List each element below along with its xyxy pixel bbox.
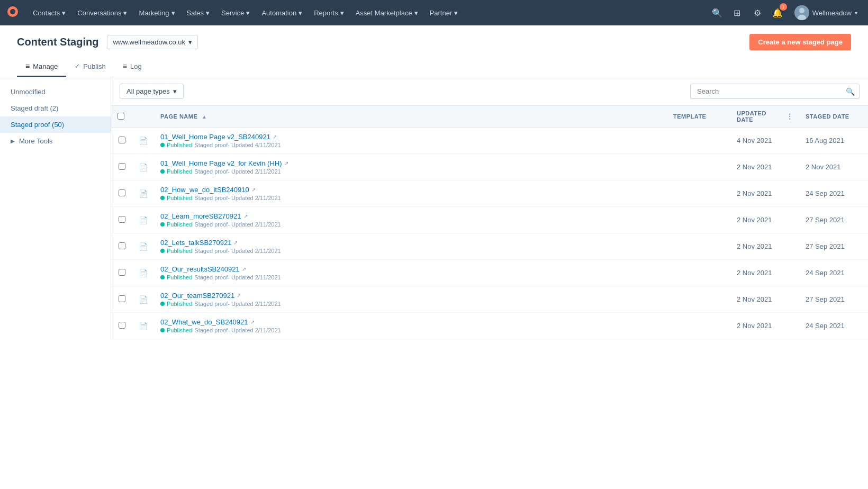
status-label-4: Published	[167, 248, 192, 254]
row-template-2	[667, 180, 730, 207]
create-staged-page-button[interactable]: Create a new staged page	[749, 34, 851, 50]
domain-chevron-icon: ▾	[188, 38, 192, 46]
sidebar-item-unmodified[interactable]: Unmodified	[0, 84, 111, 100]
row-page-name-3: 02_Learn_moreSB270921 ↗ Published Staged…	[154, 207, 667, 233]
notification-badge: 1	[780, 3, 787, 11]
row-checkbox-2[interactable]	[119, 189, 125, 196]
select-all-checkbox[interactable]	[117, 113, 124, 120]
hubspot-logo[interactable]	[6, 5, 19, 21]
page-type-filter[interactable]: All page types ▾	[120, 84, 184, 99]
manage-icon: ≡	[25, 62, 30, 70]
page-tabs: ≡ Manage ✓ Publish ≡ Log	[17, 57, 851, 77]
staged-date-value-7: 24 Sep 2021	[806, 322, 845, 330]
search-input[interactable]	[695, 84, 846, 98]
table-row: 📄 02_How_we_do_itSB240910 ↗ Published St…	[111, 180, 868, 207]
settings-icon[interactable]: ⚙	[750, 5, 765, 20]
content-area: Unmodified Staged draft (2) Staged proof…	[0, 77, 868, 339]
sidebar-item-staged-proof[interactable]: Staged proof (50)	[0, 116, 111, 133]
page-meta-5: Published Staged proof- Updated 2/11/202…	[160, 274, 661, 280]
nav-right: 🔍 ⊞ ⚙ 🔔 1 Wellmeadow ▾	[710, 3, 862, 22]
page-name-link-6[interactable]: 02_Our_teamSB270921 ↗	[160, 292, 661, 300]
row-checkbox-5[interactable]	[119, 269, 125, 276]
page-name-text-5: 02_Our_resultsSB240921	[160, 265, 240, 273]
row-checkbox-3[interactable]	[119, 216, 125, 223]
table-row: 📄 02_Our_teamSB270921 ↗ Published Staged…	[111, 286, 868, 313]
table-row: 📄 02_Learn_moreSB270921 ↗ Published Stag…	[111, 207, 868, 233]
sidebar-item-staged-draft[interactable]: Staged draft (2)	[0, 100, 111, 116]
page-name-text-3: 02_Learn_moreSB270921	[160, 212, 241, 220]
row-staged-date-1: 2 Nov 2021	[799, 154, 868, 180]
page-name-link-1[interactable]: 01_Well_Home Page v2_for Kevin (HH) ↗	[160, 159, 661, 167]
grid-icon[interactable]: ⊞	[730, 5, 745, 20]
row-updated-date-1: 2 Nov 2021	[730, 154, 799, 180]
svg-point-4	[799, 8, 804, 13]
table-header: PAGE NAME ▲ TEMPLATE UPDATED DATE ⋮	[111, 106, 868, 128]
row-icon-cell-6: 📄	[132, 286, 154, 313]
search-icon[interactable]: 🔍	[710, 5, 725, 20]
row-page-name-1: 01_Well_Home Page v2_for Kevin (HH) ↗ Pu…	[154, 154, 667, 180]
table-row: 📄 01_Well_Home Page v2_SB240921 ↗ Publis…	[111, 128, 868, 154]
nav-sales[interactable]: Sales ▾	[182, 6, 215, 20]
page-name-text-2: 02_How_we_do_itSB240910	[160, 186, 249, 194]
row-icon-cell-7: 📄	[132, 313, 154, 339]
page-title: Content Staging	[17, 36, 98, 48]
tab-manage[interactable]: ≡ Manage	[17, 57, 66, 77]
page-title-left: Content Staging www.wellmeadow.co.uk ▾	[17, 35, 198, 49]
chevron-down-icon: ▾	[414, 9, 418, 17]
tab-log[interactable]: ≡ Log	[114, 57, 150, 77]
row-icon-cell-3: 📄	[132, 207, 154, 233]
notifications-icon[interactable]: 🔔 1	[770, 5, 785, 20]
updated-date-value-0: 4 Nov 2021	[737, 137, 772, 144]
sidebar-more-tools[interactable]: ▶ More Tools	[0, 133, 111, 149]
domain-dropdown[interactable]: www.wellmeadow.co.uk ▾	[107, 35, 198, 49]
nav-automation[interactable]: Automation ▾	[256, 6, 308, 20]
nav-asset-marketplace[interactable]: Asset Marketplace ▾	[350, 6, 423, 20]
row-checkbox-0[interactable]	[119, 137, 125, 143]
page-name-link-0[interactable]: 01_Well_Home Page v2_SB240921 ↗	[160, 133, 661, 141]
nav-reports[interactable]: Reports ▾	[309, 6, 349, 20]
meta-text-6: Staged proof- Updated 2/11/2021	[194, 301, 281, 307]
row-page-name-0: 01_Well_Home Page v2_SB240921 ↗ Publishe…	[154, 128, 667, 154]
updated-date-header: UPDATED DATE ⋮	[730, 106, 799, 128]
page-meta-6: Published Staged proof- Updated 2/11/202…	[160, 301, 661, 307]
row-checkbox-1[interactable]	[119, 163, 125, 170]
status-label-3: Published	[167, 221, 192, 228]
staged-date-value-3: 27 Sep 2021	[806, 216, 845, 224]
nav-partner[interactable]: Partner ▾	[424, 6, 464, 20]
row-checkbox-cell-4	[111, 233, 132, 260]
filter-chevron-icon: ▾	[173, 87, 177, 95]
external-link-icon-0: ↗	[273, 134, 277, 140]
status-label-5: Published	[167, 274, 192, 280]
tab-publish[interactable]: ✓ Publish	[66, 57, 114, 77]
row-checkbox-cell-0	[111, 128, 132, 154]
sidebar-resize-handle[interactable]	[108, 77, 111, 339]
nav-marketing[interactable]: Marketing ▾	[133, 6, 180, 20]
user-menu[interactable]: Wellmeadow ▾	[790, 3, 862, 22]
top-navigation: Contacts ▾ Conversations ▾ Marketing ▾ S…	[0, 0, 868, 25]
nav-conversations[interactable]: Conversations ▾	[72, 6, 132, 20]
row-updated-date-0: 4 Nov 2021	[730, 128, 799, 154]
status-dot-1	[160, 169, 165, 174]
page-name-header[interactable]: PAGE NAME ▲	[154, 106, 667, 128]
row-checkbox-7[interactable]	[119, 322, 125, 329]
status-dot-0	[160, 143, 165, 147]
row-page-name-7: 02_What_we_do_SB240921 ↗ Published Stage…	[154, 313, 667, 339]
updated-date-value-2: 2 Nov 2021	[737, 189, 772, 197]
row-checkbox-4[interactable]	[119, 242, 125, 249]
row-staged-date-3: 27 Sep 2021	[799, 207, 868, 233]
page-name-link-2[interactable]: 02_How_we_do_itSB240910 ↗	[160, 186, 661, 194]
staged-date-value-1: 2 Nov 2021	[806, 163, 841, 171]
page-name-link-7[interactable]: 02_What_we_do_SB240921 ↗	[160, 318, 661, 326]
row-checkbox-6[interactable]	[119, 295, 125, 302]
page-name-link-3[interactable]: 02_Learn_moreSB270921 ↗	[160, 212, 661, 220]
page-name-link-5[interactable]: 02_Our_resultsSB240921 ↗	[160, 265, 661, 273]
row-page-name-6: 02_Our_teamSB270921 ↗ Published Staged p…	[154, 286, 667, 313]
page-icon-0: 📄	[139, 137, 148, 145]
nav-service[interactable]: Service ▾	[216, 6, 255, 20]
meta-text-2: Staged proof- Updated 2/11/2021	[194, 195, 281, 201]
staged-date-value-5: 24 Sep 2021	[806, 269, 845, 277]
nav-contacts[interactable]: Contacts ▾	[28, 6, 71, 20]
row-template-6	[667, 286, 730, 313]
row-icon-cell-0: 📄	[132, 128, 154, 154]
page-name-link-4[interactable]: 02_Lets_talkSB270921 ↗	[160, 239, 661, 247]
